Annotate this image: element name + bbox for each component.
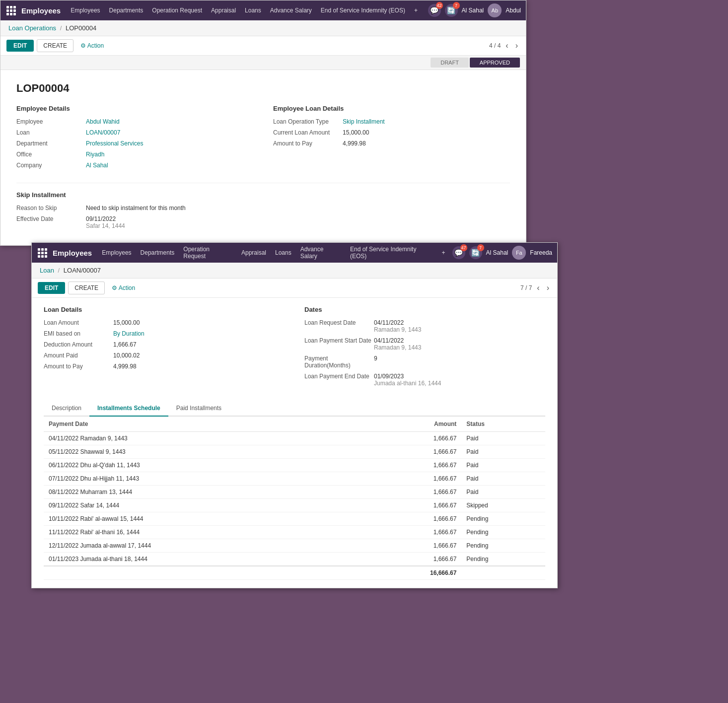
bottom-nav-advance-salary[interactable]: Advance Salary [296, 244, 345, 262]
cell-empty [339, 445, 365, 459]
bottom-nav-appraisal[interactable]: Appraisal [237, 247, 270, 258]
loan-request-date-label: Loan Request Date [304, 319, 374, 326]
bottom-user-name: Fareeda [530, 249, 552, 256]
top-window: Employees Employees Departments Operatio… [0, 0, 526, 246]
bottom-chat-notification[interactable]: 💬 47 [452, 246, 465, 259]
total-value: 16,666.67 [365, 566, 461, 580]
bottom-prev-arrow[interactable]: ‹ [535, 282, 541, 293]
top-brand[interactable]: Employees [21, 6, 61, 15]
loan-amount-value: 15,000.00 [113, 319, 140, 326]
table-row: 06/11/2022 Dhu al-Q'dah 11, 1443 1,666.6… [44, 459, 545, 472]
bottom-create-button[interactable]: CREATE [68, 281, 105, 294]
bottom-user-avatar[interactable]: Fa [512, 246, 526, 260]
field-amount-paid: Amount Paid 10,000.02 [44, 352, 285, 359]
nav-appraisal[interactable]: Appraisal [207, 5, 240, 16]
bottom-nav-eos[interactable]: End of Service Indemnity (EOS) [346, 244, 437, 262]
bottom-nav-loans[interactable]: Loans [271, 247, 295, 258]
field-deduction-amount: Deduction Amount 1,666.67 [44, 341, 285, 348]
cell-empty [339, 459, 365, 472]
bottom-breadcrumb-current: LOAN/00007 [64, 267, 101, 274]
employee-label: Employee [16, 118, 86, 125]
chat-notification[interactable]: 💬 42 [428, 4, 441, 17]
bottom-nav-employees[interactable]: Employees [98, 247, 135, 258]
nav-loans[interactable]: Loans [241, 5, 265, 16]
user-name: Abdul [506, 7, 521, 14]
nav-eos[interactable]: End of Service Indemnity (EOS) [317, 5, 409, 16]
breadcrumb-current: LOP00004 [66, 24, 96, 32]
cell-status: Pending [461, 512, 545, 526]
cell-status: Pending [461, 539, 545, 553]
cell-date: 11/11/2022 Rabi' al-thani 16, 1444 [44, 526, 339, 539]
loan-payment-end-hijri: Jumada al-thani 16, 1444 [374, 380, 441, 387]
user-avatar[interactable]: Ab [488, 3, 502, 17]
cell-date: 07/11/2022 Dhu al-Hijjah 11, 1443 [44, 472, 339, 486]
breadcrumb-parent[interactable]: Loan Operations [8, 24, 56, 32]
loan-details-title: Loan Details [44, 306, 285, 313]
tab-installments-schedule[interactable]: Installments Schedule [89, 401, 168, 417]
bottom-edit-button[interactable]: EDIT [38, 282, 65, 294]
bottom-action-menu[interactable]: ⚙ Action [112, 284, 135, 291]
status-approved[interactable]: APPROVED [470, 58, 520, 68]
employee-value[interactable]: Abdul Wahid [86, 118, 120, 125]
chat-count: 42 [436, 2, 443, 9]
emi-value[interactable]: By Duration [113, 330, 145, 337]
table-row: 05/11/2022 Shawwal 9, 1443 1,666.67 Paid [44, 445, 545, 459]
pagination-text: 4 / 4 [489, 42, 501, 49]
col-payment-date: Payment Date [44, 417, 339, 432]
edit-button[interactable]: EDIT [6, 40, 34, 52]
field-company: Company Al Sahal [16, 162, 253, 169]
nav-add[interactable]: + [410, 5, 422, 16]
deduction-value: 1,666.67 [113, 341, 137, 348]
status-draft[interactable]: DRAFT [431, 58, 469, 68]
cell-amount: 1,666.67 [365, 553, 461, 566]
table-row: 04/11/2022 Ramadan 9, 1443 1,666.67 Paid [44, 432, 545, 445]
cell-date: 04/11/2022 Ramadan 9, 1443 [44, 432, 339, 445]
apps-menu-icon[interactable] [5, 5, 16, 16]
nav-employees[interactable]: Employees [67, 5, 104, 16]
table-row: 08/11/2022 Muharram 13, 1444 1,666.67 Pa… [44, 486, 545, 499]
effective-date-value: 09/11/2022 [86, 215, 125, 222]
activity-notification[interactable]: 🔄 7 [445, 4, 458, 17]
bottom-breadcrumb-parent[interactable]: Loan [40, 267, 54, 274]
bottom-activity-notification[interactable]: 🔄 7 [469, 246, 482, 259]
action-menu[interactable]: ⚙ Action [80, 42, 104, 49]
field-current-amount: Current Loan Amount 15,000.00 [273, 129, 510, 136]
loan-label: Loan [16, 129, 86, 136]
tab-description[interactable]: Description [44, 401, 89, 417]
office-value[interactable]: Riyadh [86, 151, 104, 158]
effective-date-label: Effective Date [16, 215, 86, 222]
create-button[interactable]: CREATE [37, 39, 73, 52]
bottom-nav-add[interactable]: + [438, 247, 449, 258]
loan-details-right-section: Employee Loan Details Loan Operation Typ… [273, 105, 510, 173]
nav-operation-request[interactable]: Operation Request [148, 5, 206, 16]
department-value[interactable]: Professional Services [86, 140, 143, 147]
bottom-chat-count: 47 [460, 244, 467, 251]
bottom-nav-operation-request[interactable]: Operation Request [179, 244, 236, 262]
company-value[interactable]: Al Sahal [86, 162, 108, 169]
pagination-area: 4 / 4 ‹ › [489, 40, 520, 51]
record-id: LOP00004 [16, 82, 510, 95]
prev-arrow[interactable]: ‹ [504, 40, 510, 51]
bottom-toolbar: EDIT CREATE ⚙ Action 7 / 7 ‹ › [32, 279, 557, 298]
bottom-next-arrow[interactable]: › [545, 282, 551, 293]
cell-empty [339, 432, 365, 445]
cell-status: Paid [461, 472, 545, 486]
total-status [461, 566, 545, 580]
cell-empty [339, 472, 365, 486]
cell-empty [339, 512, 365, 526]
bottom-apps-menu-icon[interactable] [37, 247, 48, 258]
cell-amount: 1,666.67 [365, 432, 461, 445]
field-bottom-amount-to-pay: Amount to Pay 4,999.98 [44, 363, 285, 370]
next-arrow[interactable]: › [513, 40, 520, 51]
tab-paid-installments[interactable]: Paid Installments [168, 401, 229, 417]
operation-type-value[interactable]: Skip Installment [343, 118, 385, 125]
nav-advance-salary[interactable]: Advance Salary [266, 5, 316, 16]
loan-payment-start-value: 04/11/2022 [374, 337, 421, 344]
bottom-nav-departments[interactable]: Departments [137, 247, 179, 258]
loan-value[interactable]: LOAN/00007 [86, 129, 120, 136]
nav-departments[interactable]: Departments [105, 5, 147, 16]
bottom-brand[interactable]: Employees [53, 249, 92, 257]
cell-amount: 1,666.67 [365, 472, 461, 486]
top-nav: Employees Departments Operation Request … [67, 5, 425, 16]
field-amount-to-pay: Amount to Pay 4,999.98 [273, 140, 510, 147]
